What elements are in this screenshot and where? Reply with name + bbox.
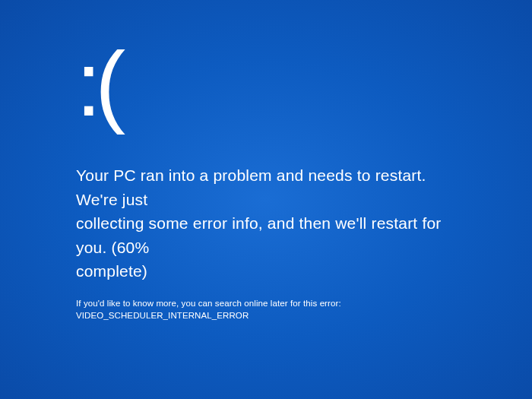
error-message-line3: complete) [76,262,147,280]
sad-face-emoticon: :( [76,38,464,129]
error-message-line2: collecting some error info, and then we'… [76,214,442,256]
help-text: If you'd like to know more, you can sear… [76,297,464,321]
bsod-container: :( Your PC ran into a problem and needs … [0,0,532,321]
error-message: Your PC ran into a problem and needs to … [76,163,464,283]
error-message-line1: Your PC ran into a problem and needs to … [76,166,426,208]
